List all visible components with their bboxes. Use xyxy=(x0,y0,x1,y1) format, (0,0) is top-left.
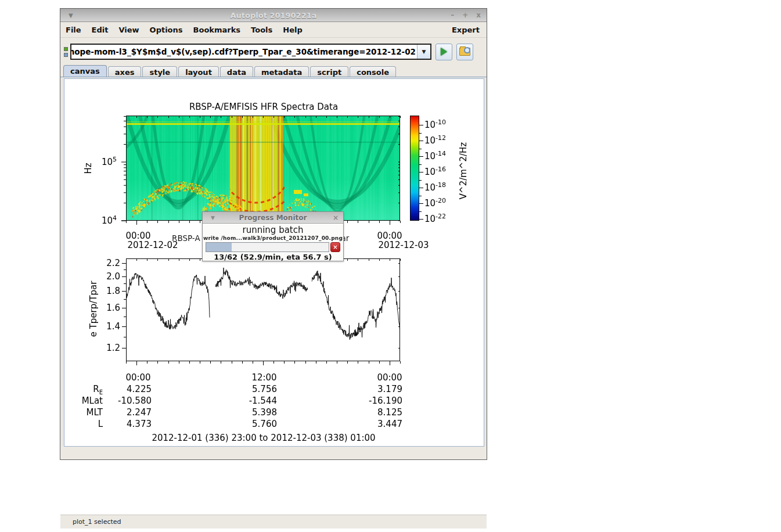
progress-detail-label: write /hom...walk3/product_20121207_00.p… xyxy=(203,235,343,241)
lineplot-ytick-label: 2.0 xyxy=(106,271,120,282)
progress-task-label: running batch xyxy=(203,225,343,235)
status-text: plot_1 selected xyxy=(73,518,121,526)
tab-metadata[interactable]: metadata xyxy=(254,66,309,78)
overplot-led-icon[interactable] xyxy=(64,53,68,57)
lineplot-ytick-label: 1.8 xyxy=(106,286,120,296)
progress-bar xyxy=(206,242,329,252)
uri-input[interactable]: a_rel04_ect-hope-mom-l3_$Y$m$d_v$(v,sep)… xyxy=(71,47,417,56)
tab-data[interactable]: data xyxy=(220,66,253,78)
timerange-footer: 2012-12-01 (336) 23:00 to 2012-12-03 (33… xyxy=(152,433,375,443)
expert-label[interactable]: Expert xyxy=(452,26,487,34)
spectro-ytick-1e4: 104 xyxy=(102,214,117,226)
uri-field: a_rel04_ect-hope-mom-l3_$Y$m$d_v$(v,sep)… xyxy=(70,44,431,60)
uri-toolbar: a_rel04_ect-hope-mom-l3_$Y$m$d_v$(v,sep)… xyxy=(60,38,487,66)
table-row-label: RE xyxy=(93,384,103,396)
spectro-xtick-left-date: 2012-12-02 xyxy=(127,240,178,250)
table-cell-value: -16.190 xyxy=(369,396,402,406)
colorbar-tick-label: 10-14 xyxy=(424,150,446,161)
spectrogram-ylabel: Hz xyxy=(83,163,93,174)
menubar: FileEditViewOptionsBookmarksToolsHelp Ex… xyxy=(60,22,487,38)
colorbar-tick-label: 10-10 xyxy=(424,118,446,130)
colorbar-tick-label: 10-18 xyxy=(424,181,446,193)
window-title: Autoplot 20190221a xyxy=(60,11,487,20)
tab-console[interactable]: console xyxy=(350,66,396,78)
window-titlebar[interactable]: ▼ Autoplot 20190221a – + x xyxy=(60,9,487,22)
lineplot-xtick-label: 12:00 xyxy=(251,372,276,383)
table-row-label: L xyxy=(98,419,103,429)
lineplot-ytick-label: 1.2 xyxy=(106,343,120,353)
menu-help[interactable]: Help xyxy=(278,24,307,36)
magnifier-icon xyxy=(464,47,470,53)
play-icon xyxy=(441,48,447,56)
stop-button[interactable]: × xyxy=(330,242,340,252)
table-cell-value: 8.125 xyxy=(377,407,402,418)
tab-script[interactable]: script xyxy=(310,66,348,78)
uri-status-leds xyxy=(64,47,68,57)
colorbar-tick-label: 10-12 xyxy=(424,134,446,146)
lineplot-xtick-label: 00:00 xyxy=(377,372,402,383)
tab-canvas[interactable]: canvas xyxy=(63,65,107,78)
colorbar-label: V^2/m^2/Hz xyxy=(458,142,469,199)
lineplot-xtick-label: 00:00 xyxy=(125,372,150,383)
tab-style[interactable]: style xyxy=(142,66,177,78)
status-bar: plot_1 selected xyxy=(60,515,487,529)
progress-status-label: 13/62 (52.9/min, eta 56.7 s) xyxy=(203,253,343,261)
table-cell-value: 2.247 xyxy=(127,407,152,418)
lineplot-ytick-label: 1.4 xyxy=(106,321,120,332)
tab-axes[interactable]: axes xyxy=(108,66,142,78)
progress-dialog-titlebar[interactable]: ▼ Progress Monitor × xyxy=(203,212,343,224)
table-cell-value: -10.580 xyxy=(118,396,152,406)
menu-options[interactable]: Options xyxy=(145,24,188,36)
colorbar-tick-label: 10-20 xyxy=(424,197,446,209)
table-cell-value: 5.756 xyxy=(252,384,277,394)
chevron-down-icon: ▼ xyxy=(422,49,426,55)
spectro-xtick-right-date: 2012-12-03 xyxy=(378,240,429,250)
tab-strip: canvasaxesstylelayoutdatametadatascriptc… xyxy=(60,66,487,78)
spectrogram-title: RBSP-A/EMFISIS HFR Spectra Data xyxy=(189,102,338,112)
menu-edit[interactable]: Edit xyxy=(87,24,114,36)
menu-file[interactable]: File xyxy=(60,24,87,36)
inspect-uri-button[interactable] xyxy=(456,44,473,60)
uri-dropdown-button[interactable]: ▼ xyxy=(417,45,430,59)
table-cell-value: 5.398 xyxy=(252,407,277,418)
table-cell-value: 5.760 xyxy=(252,419,277,429)
lineplot-ylabel: e Tperp/Tpar xyxy=(88,281,99,337)
colorbar-tick-label: 10-22 xyxy=(424,213,446,224)
table-cell-value: 3.447 xyxy=(377,419,402,429)
spectro-ytick-1e5: 105 xyxy=(102,156,117,167)
lineplot-ytick-label: 2.2 xyxy=(106,258,120,268)
table-cell-value: 4.225 xyxy=(127,384,152,394)
colorbar-tick-label: 10-16 xyxy=(424,166,446,177)
plot-led-icon[interactable] xyxy=(64,47,68,51)
menu-view[interactable]: View xyxy=(113,24,144,36)
table-cell-value: -1.544 xyxy=(249,396,277,406)
tab-layout[interactable]: layout xyxy=(178,66,219,78)
table-row-label: MLat xyxy=(82,396,103,406)
progress-monitor-dialog[interactable]: ▼ Progress Monitor × running batch write… xyxy=(202,211,344,261)
go-button[interactable] xyxy=(436,44,452,60)
autoplot-window: ▼ Autoplot 20190221a – + x FileEditViewO… xyxy=(60,8,487,460)
table-cell-value: 3.179 xyxy=(377,384,402,394)
table-cell-value: 4.373 xyxy=(127,419,152,429)
lineplot-ytick-label: 1.6 xyxy=(106,303,120,313)
folder-search-icon xyxy=(459,48,470,56)
content-area: RBSP-A/EMFISIS HFR Spectra Data Hz V^2/m… xyxy=(60,77,487,446)
progress-dialog-title: Progress Monitor xyxy=(203,214,343,222)
progress-bar-fill xyxy=(206,243,232,251)
table-row-label: MLT xyxy=(87,407,103,418)
menu-bookmarks[interactable]: Bookmarks xyxy=(188,24,246,36)
plot-canvas-panel[interactable]: RBSP-A/EMFISIS HFR Spectra Data Hz V^2/m… xyxy=(64,78,484,447)
menu-tools[interactable]: Tools xyxy=(246,24,278,36)
